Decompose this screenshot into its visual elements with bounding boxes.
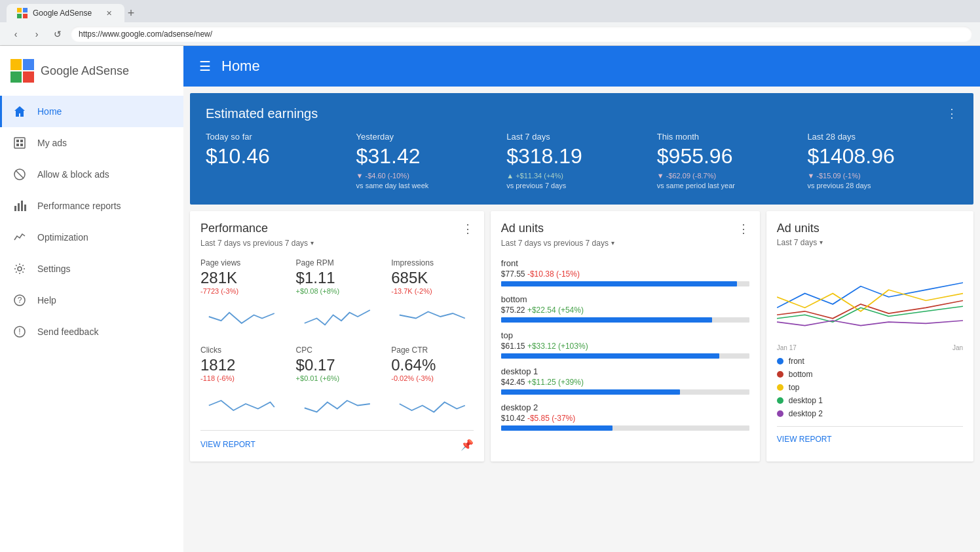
earnings-yesterday-label: Yesterday [356,132,494,142]
reload-button[interactable]: ↺ [50,26,66,42]
ad-units-chart-subtitle[interactable]: Last 7 days ▾ [777,238,963,247]
earnings-more-icon[interactable]: ⋮ [946,106,958,121]
metric-page-ctr-value: 0.64% [391,356,474,374]
metric-clicks-label: Clicks [200,345,283,355]
ad-units-bar-card-header: Ad units ⋮ [501,222,749,236]
ad-units-chart-title: Ad units [777,222,820,235]
svg-rect-1 [23,8,28,12]
sidebar-item-optimization[interactable]: Optimization [0,222,183,253]
sidebar-item-performance-label: Performance reports [37,201,121,211]
svg-rect-17 [21,201,23,211]
performance-card-subtitle[interactable]: Last 7 days vs previous 7 days ▾ [200,239,474,248]
svg-text:?: ? [18,296,22,305]
ad-unit-top-stats: $61.15 +$33.12 (+103%) [501,342,749,351]
ad-units-bar-subtitle[interactable]: Last 7 days vs previous 7 days ▾ [501,239,749,248]
tab-close-button[interactable]: ✕ [104,8,114,18]
earnings-today-label: Today so far [206,132,343,142]
metric-impressions-label: Impressions [391,258,474,267]
metric-page-rpm-label: Page RPM [296,258,379,267]
pin-icon[interactable]: 📌 [461,439,474,451]
forward-button[interactable]: › [29,26,45,42]
sidebar-item-settings[interactable]: Settings [0,253,183,285]
earnings-28days-change: ▼ -$15.09 (-1%) vs previous 28 days [807,171,945,191]
performance-subtitle-dropdown-icon[interactable]: ▾ [311,239,314,246]
ad-units-bar-menu-icon[interactable]: ⋮ [738,222,749,236]
svg-rect-0 [17,8,22,12]
ad-units-bar-title: Ad units [501,222,544,235]
svg-rect-8 [14,138,25,148]
address-bar[interactable] [71,26,972,42]
adsense-logo-icon [10,59,34,83]
sidebar-item-help-label: Help [37,295,56,306]
svg-rect-10 [20,140,23,142]
ad-unit-bottom: bottom $75.22 +$22.54 (+54%) [501,294,749,323]
earnings-7days-label: Last 7 days [506,132,644,142]
performance-view-report-link[interactable]: VIEW REPORT [200,440,255,449]
sidebar-item-home[interactable]: Home [0,96,183,127]
performance-card-menu-icon[interactable]: ⋮ [462,222,474,236]
performance-card-header: Performance ⋮ [200,222,474,236]
earnings-yesterday-change: ▼ -$4.60 (-10%) vs same day last week [356,171,494,191]
ad-units-line-chart [777,258,963,336]
ad-unit-desktop2-bar [501,425,749,431]
metric-clicks-value: 1812 [200,356,283,374]
metrics-grid: Page views 281K -7723 (-3%) Page RPM $1.… [200,258,474,422]
tab-title: Google AdSense [33,9,92,18]
legend-desktop2-dot [777,410,783,417]
legend-front-label: front [789,357,804,366]
browser-chrome: Google AdSense ✕ + ‹ › ↺ [0,0,980,46]
metric-cpc: CPC $0.17 +$0.01 (+6%) [296,345,379,422]
ad-unit-desktop2-stats: $10.42 -$5.85 (-37%) [501,414,749,423]
ad-unit-desktop1: desktop 1 $42.45 +$11.25 (+39%) [501,366,749,395]
earnings-month-label: This month [657,132,795,142]
hamburger-menu-icon[interactable]: ☰ [199,58,211,74]
sidebar-item-help[interactable]: ? Help [0,285,183,316]
my-ads-icon [12,136,27,150]
svg-rect-5 [23,59,34,70]
ad-units-view-report-link[interactable]: VIEW REPORT [777,435,832,444]
sidebar-logo-text: Google AdSense [41,64,129,78]
ad-units-chart-dropdown-icon[interactable]: ▾ [820,239,823,246]
sidebar-item-performance[interactable]: Performance reports [0,190,183,222]
legend-desktop1: desktop 1 [777,396,963,405]
earnings-month-change: ▼ -$62.09 (-8.7%) vs same period last ye… [657,171,795,191]
metric-impressions-change: -13.7K (-2%) [391,287,474,295]
page-rpm-sparkline [296,300,379,333]
sidebar: Google AdSense Home My ads Allow & block… [0,46,183,552]
ad-units-chart-footer: VIEW REPORT [777,426,963,444]
legend-desktop1-label: desktop 1 [789,396,823,405]
page-title: Home [221,58,260,75]
impressions-sparkline [391,300,474,333]
sidebar-item-my-ads[interactable]: My ads [0,127,183,159]
svg-rect-6 [10,71,22,83]
new-tab-button[interactable]: + [124,4,138,22]
app-container: Google AdSense Home My ads Allow & block… [0,46,980,552]
earnings-banner: Estimated earnings ⋮ Today so far $10.46… [190,93,973,205]
tab-favicon [17,8,28,18]
performance-icon [12,199,27,213]
ad-units-bar-dropdown-icon[interactable]: ▾ [611,239,614,246]
active-tab[interactable]: Google AdSense ✕ [7,4,124,22]
home-icon [12,104,27,119]
legend-top: top [777,383,963,392]
ad-unit-bottom-stats: $75.22 +$22.54 (+54%) [501,306,749,315]
ad-units-chart-card: Ad units Last 7 days ▾ [766,211,973,462]
content-area: Estimated earnings ⋮ Today so far $10.46… [183,87,980,552]
page-views-sparkline [200,300,283,333]
metric-page-views: Page views 281K -7723 (-3%) [200,258,283,335]
sidebar-item-feedback[interactable]: ! Send feedback [0,316,183,347]
svg-rect-16 [18,203,20,211]
back-button[interactable]: ‹ [8,26,24,42]
earnings-28days-label: Last 28 days [807,132,945,142]
cpc-sparkline [296,387,379,420]
ad-units-bar-card: Ad units ⋮ Last 7 days vs previous 7 day… [491,211,760,462]
ad-unit-front-bar [501,281,749,286]
ad-unit-desktop1-bar [501,389,749,395]
sidebar-item-allow-block[interactable]: Allow & block ads [0,159,183,190]
svg-rect-11 [16,144,19,146]
earnings-7days: Last 7 days $318.19 ▲ +$11.34 (+4%) vs p… [506,132,657,191]
svg-rect-4 [10,59,22,70]
sidebar-item-optimization-label: Optimization [37,232,88,243]
metric-page-rpm-value: $1.11 [296,269,379,287]
metric-page-rpm: Page RPM $1.11 +$0.08 (+8%) [296,258,379,335]
